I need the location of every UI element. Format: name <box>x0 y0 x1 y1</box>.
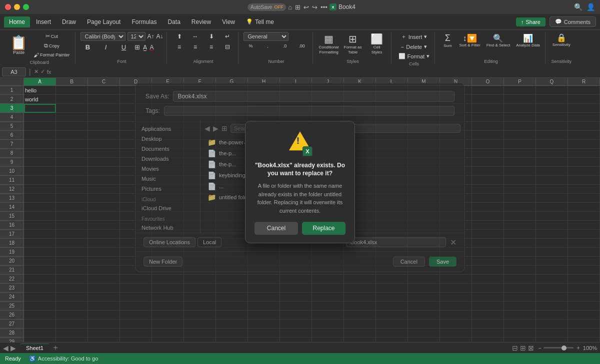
cell-Q17[interactable] <box>536 230 568 239</box>
cell-P16[interactable] <box>504 221 536 230</box>
cell-A18[interactable] <box>24 239 56 248</box>
row-header-7[interactable]: 7 <box>0 140 24 149</box>
cell-Q6[interactable] <box>536 131 568 140</box>
cell-R1[interactable] <box>568 86 600 95</box>
cell-B6[interactable] <box>56 131 88 140</box>
cell-J23[interactable] <box>312 284 344 293</box>
cell-R22[interactable] <box>568 275 600 284</box>
cell-O9[interactable] <box>472 158 504 167</box>
cell-O11[interactable] <box>472 176 504 185</box>
cell-H26[interactable] <box>248 311 280 320</box>
cell-O23[interactable] <box>472 284 504 293</box>
cell-Q29[interactable] <box>536 338 568 342</box>
cell-E27[interactable] <box>152 320 184 329</box>
cell-R26[interactable] <box>568 311 600 320</box>
italic-button[interactable]: I <box>98 42 114 52</box>
cell-P26[interactable] <box>504 311 536 320</box>
location-clear-icon[interactable]: ✕ <box>450 238 456 247</box>
cell-A25[interactable] <box>24 302 56 311</box>
cell-B25[interactable] <box>56 302 88 311</box>
cell-C26[interactable] <box>88 311 120 320</box>
cell-G25[interactable] <box>216 302 248 311</box>
cell-Q3[interactable] <box>536 104 568 113</box>
cell-A14[interactable] <box>24 203 56 212</box>
cell-R25[interactable] <box>568 302 600 311</box>
cell-C12[interactable] <box>88 185 120 194</box>
cell-Q16[interactable] <box>536 221 568 230</box>
row-header-17[interactable]: 17 <box>0 230 24 239</box>
cell-O15[interactable] <box>472 212 504 221</box>
align-center-button[interactable]: ≡ <box>188 42 203 51</box>
cell-K28[interactable] <box>344 329 376 338</box>
cell-I29[interactable] <box>280 338 312 342</box>
cell-P25[interactable] <box>504 302 536 311</box>
cell-N27[interactable] <box>440 320 472 329</box>
cell-C18[interactable] <box>88 239 120 248</box>
underline-button[interactable]: U <box>116 42 132 52</box>
cell-A27[interactable] <box>24 320 56 329</box>
increase-font-icon[interactable]: A↑ <box>148 33 154 40</box>
conditional-formatting-button[interactable]: ▦ Conditional Formatting <box>318 32 340 55</box>
fill-color-button[interactable]: A̲ <box>143 44 147 51</box>
cell-P4[interactable] <box>504 113 536 122</box>
insert-function-icon[interactable]: fx <box>47 69 52 75</box>
comma-button[interactable]: , <box>260 42 276 49</box>
save-as-filename-input[interactable] <box>173 91 454 102</box>
cell-A1[interactable]: hello <box>24 86 56 95</box>
cell-Q19[interactable] <box>536 248 568 257</box>
cell-B12[interactable] <box>56 185 88 194</box>
percent-button[interactable]: % <box>244 42 258 49</box>
cell-B13[interactable] <box>56 194 88 203</box>
cell-O29[interactable] <box>472 338 504 342</box>
cell-A7[interactable] <box>24 140 56 149</box>
cell-M24[interactable] <box>408 293 440 302</box>
cell-C16[interactable] <box>88 221 120 230</box>
cell-O20[interactable] <box>472 257 504 266</box>
cell-C27[interactable] <box>88 320 120 329</box>
cell-C4[interactable] <box>88 113 120 122</box>
col-header-P[interactable]: P <box>504 78 536 86</box>
row-header-10[interactable]: 10 <box>0 167 24 176</box>
cell-O10[interactable] <box>472 167 504 176</box>
cell-L26[interactable] <box>376 311 408 320</box>
cell-P3[interactable] <box>504 104 536 113</box>
align-top-button[interactable]: ⬆ <box>172 32 187 41</box>
cell-B15[interactable] <box>56 212 88 221</box>
cell-P28[interactable] <box>504 329 536 338</box>
row-header-13[interactable]: 13 <box>0 194 24 203</box>
cell-N25[interactable] <box>440 302 472 311</box>
location-input[interactable] <box>346 237 446 247</box>
cell-B2[interactable] <box>56 95 88 104</box>
tab-review[interactable]: Review <box>186 16 216 27</box>
cell-C5[interactable] <box>88 122 120 131</box>
search-icon[interactable]: 🔍 <box>574 3 582 11</box>
cell-A15[interactable] <box>24 212 56 221</box>
cell-J27[interactable] <box>312 320 344 329</box>
cell-N26[interactable] <box>440 311 472 320</box>
cell-N24[interactable] <box>440 293 472 302</box>
cell-I28[interactable] <box>280 329 312 338</box>
cell-B14[interactable] <box>56 203 88 212</box>
cell-A13[interactable] <box>24 194 56 203</box>
col-header-B[interactable]: B <box>56 78 88 86</box>
cell-P20[interactable] <box>504 257 536 266</box>
cell-G23[interactable] <box>216 284 248 293</box>
cell-Q2[interactable] <box>536 95 568 104</box>
cell-Q9[interactable] <box>536 158 568 167</box>
row-header-22[interactable]: 22 <box>0 275 24 284</box>
cell-A17[interactable] <box>24 230 56 239</box>
cell-C10[interactable] <box>88 167 120 176</box>
cell-Q4[interactable] <box>536 113 568 122</box>
cell-F26[interactable] <box>184 311 216 320</box>
cell-E22[interactable] <box>152 275 184 284</box>
cell-H28[interactable] <box>248 329 280 338</box>
cell-R6[interactable] <box>568 131 600 140</box>
save-sidebar-icloud-drive[interactable]: iCloud Drive <box>136 203 200 213</box>
cell-M28[interactable] <box>408 329 440 338</box>
cell-H22[interactable] <box>248 275 280 284</box>
cell-Q23[interactable] <box>536 284 568 293</box>
cell-D29[interactable] <box>120 338 152 342</box>
zoom-slider[interactable] <box>544 347 574 349</box>
cell-B21[interactable] <box>56 266 88 275</box>
cell-C22[interactable] <box>88 275 120 284</box>
